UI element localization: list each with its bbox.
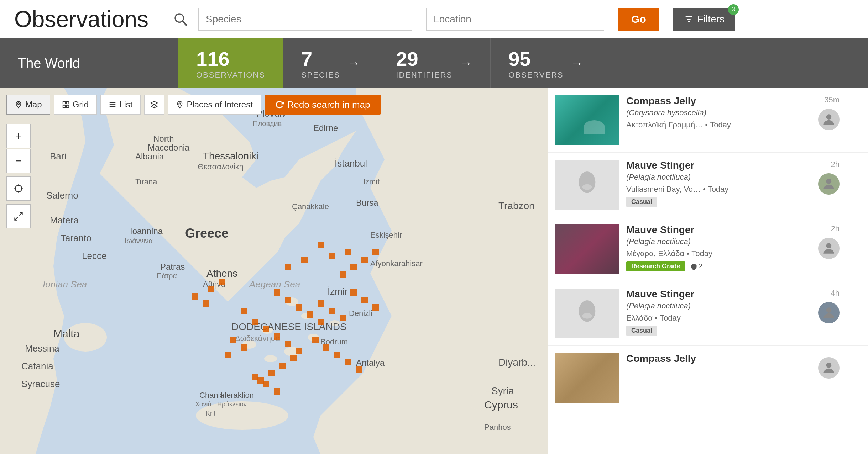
identifiers-label: IDENTIFIERS: [396, 70, 453, 80]
svg-point-90: [582, 184, 592, 190]
obs-avatar: [818, 109, 840, 130]
svg-text:Athens: Athens: [206, 268, 237, 279]
svg-text:Matera: Matera: [50, 215, 79, 226]
svg-text:Αθήνα: Αθήνα: [203, 280, 225, 289]
svg-text:Θεσσαλονίκη: Θεσσαλονίκη: [198, 162, 244, 171]
svg-text:Catania: Catania: [21, 361, 53, 371]
svg-point-87: [826, 114, 832, 120]
observation-item[interactable]: Mauve Stinger (Pelagia noctiluca) Μέγαρα…: [548, 217, 868, 281]
bird-placeholder-icon: [573, 170, 601, 199]
map-area[interactable]: Ionian Sea Aegean Sea DODECANESE ISLANDS…: [0, 88, 548, 454]
search-input[interactable]: [198, 8, 412, 31]
filters-icon: [684, 14, 694, 24]
svg-text:Diyarb...: Diyarb...: [498, 357, 535, 368]
svg-text:Lecce: Lecce: [82, 250, 106, 261]
svg-text:Macedonia: Macedonia: [148, 143, 190, 152]
obs-avatar: [818, 357, 840, 379]
obs-id-count: 2: [690, 263, 702, 270]
stats-bar: The World 116 OBSERVATIONS 7 SPECIES → 2…: [0, 38, 868, 88]
grid-icon: [62, 101, 70, 109]
svg-text:İzmir: İzmir: [328, 286, 348, 297]
svg-text:Χανιά: Χανιά: [195, 401, 211, 408]
identifiers-count: 29: [396, 47, 453, 70]
list-view-button[interactable]: List: [100, 95, 141, 115]
map-view-button[interactable]: Map: [6, 95, 50, 115]
obs-thumbnail: [555, 160, 619, 210]
list-icon: [109, 101, 116, 109]
svg-rect-72: [67, 102, 69, 104]
fullscreen-icon: [14, 211, 23, 221]
svg-text:İstanbul: İstanbul: [335, 158, 367, 169]
stats-species[interactable]: 7 SPECIES →: [283, 38, 378, 88]
svg-text:Salerno: Salerno: [46, 190, 78, 201]
obs-time: 4h: [831, 289, 840, 298]
observations-label: OBSERVATIONS: [196, 70, 265, 80]
svg-text:Denizli: Denizli: [349, 309, 372, 318]
stats-observations[interactable]: 116 OBSERVATIONS: [178, 38, 283, 88]
stats-observers[interactable]: 95 OBSERVERS →: [490, 38, 601, 88]
svg-text:Antalya: Antalya: [356, 358, 385, 368]
svg-rect-71: [63, 102, 65, 104]
svg-text:Syracuse: Syracuse: [21, 379, 60, 389]
obs-thumbnail: [555, 224, 619, 274]
crosshair-icon: [14, 184, 23, 194]
filters-button[interactable]: Filters 3: [673, 8, 735, 31]
svg-text:North: North: [153, 134, 174, 143]
stats-identifiers[interactable]: 29 IDENTIFIERS →: [378, 38, 490, 88]
grid-view-button[interactable]: Grid: [54, 95, 97, 115]
obs-time: 2h: [831, 224, 840, 233]
svg-line-1: [183, 21, 187, 25]
observation-item[interactable]: Compass Jelly (Chrysaora hysoscella) Ακτ…: [548, 88, 868, 153]
svg-text:Albania: Albania: [135, 152, 164, 161]
locate-button[interactable]: [6, 176, 31, 201]
layers-icon: [150, 101, 158, 109]
places-of-interest-button[interactable]: Places of Interest: [168, 95, 261, 115]
map-toolbar: Map Grid List Places of Interest: [6, 95, 381, 115]
svg-text:Messina: Messina: [25, 343, 59, 354]
go-button[interactable]: Go: [618, 8, 659, 31]
svg-text:Afyonkarahisar: Afyonkarahisar: [370, 259, 423, 268]
svg-marker-78: [151, 101, 157, 105]
zoom-in-button[interactable]: +: [6, 124, 31, 148]
redo-icon: [275, 100, 284, 109]
search-icon: [173, 12, 188, 26]
species-label: SPECIES: [301, 70, 340, 80]
svg-text:Bodrum: Bodrum: [320, 337, 348, 346]
main-content: Ionian Sea Aegean Sea DODECANESE ISLANDS…: [0, 88, 868, 454]
layers-button[interactable]: [144, 95, 164, 115]
svg-point-10: [301, 313, 311, 319]
fullscreen-button[interactable]: [6, 204, 31, 228]
observations-count: 116: [196, 47, 265, 70]
filters-badge: 3: [728, 4, 739, 15]
svg-text:Malta: Malta: [53, 328, 80, 339]
svg-point-14: [284, 347, 300, 356]
svg-text:Ιωάννινα: Ιωάννινα: [125, 237, 153, 245]
svg-point-92: [826, 243, 832, 248]
svg-line-86: [15, 217, 18, 220]
svg-text:Greece: Greece: [185, 226, 229, 241]
obs-grade-badge: Research Grade: [626, 261, 685, 271]
map-zoom-controls: + −: [6, 124, 31, 228]
observers-arrow: →: [571, 56, 584, 71]
observation-item[interactable]: Compass Jelly: [548, 346, 868, 410]
obs-thumbnail: [555, 353, 619, 403]
svg-point-9: [286, 297, 298, 306]
svg-text:Heraklion: Heraklion: [221, 391, 254, 400]
observation-item[interactable]: Mauve Stinger (Pelagia noctiluca) Vulias…: [548, 153, 868, 217]
redo-search-button[interactable]: Redo search in map: [265, 95, 381, 115]
svg-text:Çanakkale: Çanakkale: [292, 202, 329, 211]
observation-item[interactable]: Mauve Stinger (Pelagia noctiluca) Ελλάδα…: [548, 281, 868, 346]
svg-text:Ionian Sea: Ionian Sea: [43, 279, 87, 290]
svg-text:DODECANESE ISLANDS: DODECANESE ISLANDS: [231, 321, 347, 332]
svg-text:Cyprus: Cyprus: [484, 399, 518, 411]
svg-text:Tirana: Tirana: [135, 177, 157, 186]
svg-text:Kriti: Kriti: [206, 410, 217, 417]
svg-point-94: [584, 300, 591, 307]
svg-point-91: [826, 179, 832, 184]
svg-text:Δωδεκάνησα: Δωδεκάνησα: [235, 334, 280, 343]
map-pin-icon: [15, 101, 22, 109]
location-input[interactable]: [426, 8, 604, 31]
stats-location: The World: [0, 38, 178, 88]
zoom-out-button[interactable]: −: [6, 149, 31, 173]
svg-text:İzmit: İzmit: [363, 177, 380, 186]
